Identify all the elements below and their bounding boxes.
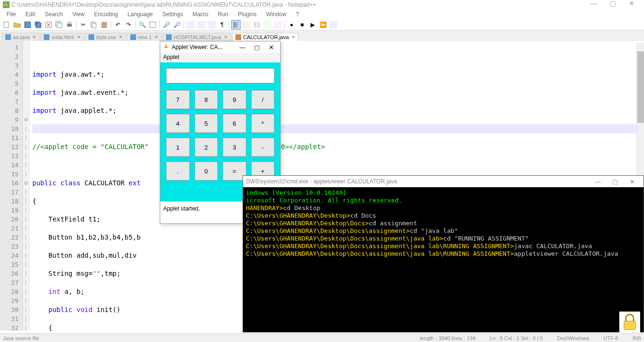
- close-button[interactable]: ✕: [622, 0, 641, 9]
- menu-search[interactable]: Search: [40, 10, 68, 19]
- cmd-body[interactable]: indows [Version 10.0.10240]icrosoft Corp…: [243, 187, 644, 260]
- paste-icon[interactable]: [99, 20, 109, 30]
- new-file-icon[interactable]: [2, 20, 11, 30]
- play-multi-icon[interactable]: ⏩: [318, 20, 328, 30]
- play-icon[interactable]: ▶: [308, 20, 317, 30]
- menu-settings[interactable]: Settings: [157, 10, 187, 19]
- tab-close-icon[interactable]: ✕: [292, 35, 295, 40]
- close-file-icon[interactable]: [44, 20, 53, 30]
- line-number: 4: [0, 70, 22, 79]
- tab-close-icon[interactable]: ✕: [155, 35, 158, 40]
- tab-new-1[interactable]: new 1✕: [127, 33, 162, 41]
- calc-button-multiply[interactable]: *: [251, 114, 275, 133]
- tab-calculator[interactable]: CALCULATOR.java✕: [232, 33, 299, 41]
- svg-rect-24: [263, 21, 271, 29]
- applet-close-button[interactable]: ✕: [264, 44, 278, 51]
- doc-map-icon[interactable]: [252, 20, 262, 30]
- copy-icon[interactable]: [89, 20, 98, 30]
- calc-button-9[interactable]: 9: [223, 90, 246, 109]
- redo-icon[interactable]: ↷: [124, 20, 133, 30]
- calc-button-divide[interactable]: /: [251, 90, 275, 109]
- tab-hospitalmgt[interactable]: HOSPITALMGT.java✕: [163, 33, 231, 41]
- menu-plugins[interactable]: Plugins: [233, 10, 261, 19]
- calc-button-0[interactable]: 0: [195, 161, 218, 181]
- stop-icon[interactable]: ■: [297, 20, 307, 30]
- tab-close-icon[interactable]: ✕: [224, 35, 228, 40]
- menu-edit[interactable]: Edit: [20, 10, 40, 19]
- menu-run[interactable]: Run: [213, 10, 233, 19]
- lock-icon: [619, 312, 640, 332]
- cmd-close-button[interactable]: ✕: [624, 178, 641, 185]
- maximize-button[interactable]: ▢: [603, 0, 622, 9]
- fold-gutter: ⊟ ││││││ ⊟ ││││││││││││││││: [23, 41, 29, 331]
- tab-close-icon[interactable]: ✕: [32, 35, 36, 40]
- indent-guide-icon[interactable]: [231, 20, 241, 30]
- file-icon: [166, 34, 172, 40]
- menu-window[interactable]: Window: [261, 10, 291, 19]
- show-all-icon[interactable]: ¶: [217, 20, 227, 30]
- record-icon[interactable]: ●: [287, 20, 296, 30]
- tab-label: HOSPITALMGT.java: [174, 34, 221, 40]
- sync-v-icon[interactable]: [186, 20, 195, 30]
- svg-rect-7: [57, 23, 62, 28]
- line-number: 5: [0, 79, 22, 88]
- func-list-icon[interactable]: [263, 20, 272, 30]
- calc-button-8[interactable]: 8: [195, 90, 218, 109]
- menu-macro[interactable]: Macro: [188, 10, 213, 19]
- sync-h-icon[interactable]: [196, 20, 206, 30]
- udl-icon[interactable]: [242, 20, 251, 30]
- tab-aa-java[interactable]: aa.java✕: [2, 33, 39, 41]
- calc-button-6[interactable]: 6: [223, 114, 246, 133]
- save-all-icon[interactable]: [33, 20, 43, 30]
- save-icon[interactable]: [23, 20, 32, 30]
- calc-button-5[interactable]: 5: [195, 114, 218, 133]
- calc-button-3[interactable]: 3: [223, 138, 246, 157]
- calc-button-dot[interactable]: .: [166, 161, 190, 181]
- find-icon[interactable]: 🔍: [137, 20, 147, 30]
- calculator-display[interactable]: [166, 68, 274, 83]
- line-number: 14: [0, 161, 22, 170]
- statusbar: Java source file length : 3040 lines : 1…: [0, 333, 644, 342]
- line-number: 2: [0, 52, 22, 61]
- open-file-icon[interactable]: [12, 20, 22, 30]
- save-macro-icon[interactable]: [329, 20, 338, 30]
- scrollbar-thumb[interactable]: [637, 51, 644, 123]
- folder-icon[interactable]: [273, 20, 283, 30]
- calc-button-7[interactable]: 7: [166, 90, 190, 109]
- applet-titlebar[interactable]: Applet Viewer: CA... — ▢ ✕: [160, 41, 280, 53]
- print-icon[interactable]: [65, 20, 74, 30]
- zoom-in-icon[interactable]: 🔎: [162, 20, 171, 30]
- calc-button-4[interactable]: 4: [166, 114, 190, 133]
- tab-close-icon[interactable]: ✕: [119, 35, 123, 40]
- tab-close-icon[interactable]: ✕: [77, 35, 81, 40]
- menu-language[interactable]: Language: [123, 10, 157, 19]
- applet-menu[interactable]: Applet: [160, 53, 280, 62]
- close-all-icon[interactable]: [54, 20, 64, 30]
- replace-icon[interactable]: [148, 20, 157, 30]
- applet-maximize-button[interactable]: ▢: [250, 44, 264, 51]
- applet-minimize-button[interactable]: —: [235, 44, 250, 51]
- line-number: 26: [0, 269, 22, 278]
- cut-icon[interactable]: ✂: [78, 20, 88, 30]
- wrap-icon[interactable]: [207, 20, 216, 30]
- undo-icon[interactable]: ↶: [113, 20, 123, 30]
- menu-view[interactable]: View: [68, 10, 89, 19]
- tab-solar-html[interactable]: solar.html✕: [40, 33, 84, 41]
- tab-label: solar.html: [51, 34, 74, 40]
- menu-file[interactable]: File: [2, 10, 20, 19]
- calc-button-minus[interactable]: -: [251, 138, 275, 157]
- cmd-minimize-button[interactable]: —: [589, 178, 606, 185]
- cmd-titlebar[interactable]: DWS\system32\cmd.exe - appletviewer CALC…: [243, 176, 644, 187]
- svg-rect-12: [102, 22, 107, 28]
- cmd-maximize-button[interactable]: ▢: [606, 178, 624, 185]
- line-number: 15: [0, 170, 22, 179]
- menu-encoding[interactable]: Encoding: [89, 10, 123, 19]
- fold-marker[interactable]: ⊟: [23, 179, 29, 188]
- zoom-out-icon[interactable]: 🔎: [172, 20, 182, 30]
- minimize-button[interactable]: —: [584, 0, 603, 9]
- calc-button-1[interactable]: 1: [166, 138, 190, 157]
- calc-button-2[interactable]: 2: [195, 138, 218, 157]
- fold-marker[interactable]: ⊟: [23, 115, 29, 124]
- tab-style-css[interactable]: style.css✕: [85, 33, 126, 41]
- menu-help[interactable]: ?: [291, 10, 304, 19]
